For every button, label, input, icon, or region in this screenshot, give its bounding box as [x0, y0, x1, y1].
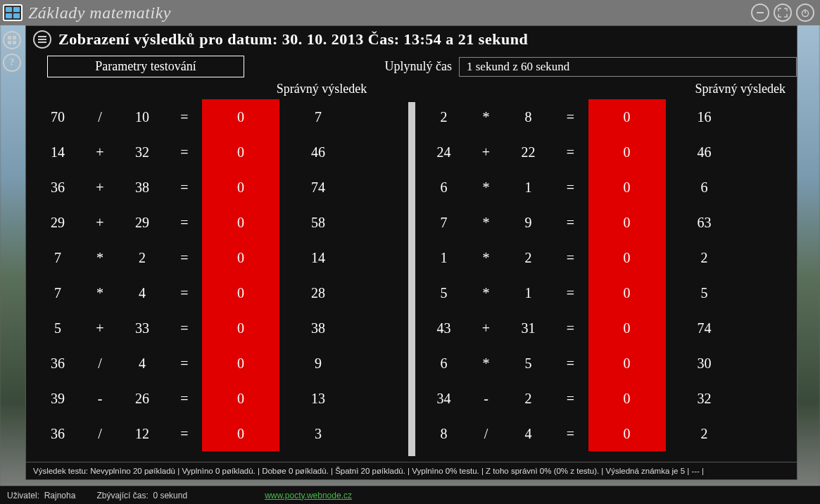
operand-b: 9 [504, 215, 553, 231]
test-summary-bar: Výsledek testu: Nevyplnìno 20 pøíkladù |… [26, 462, 797, 479]
correct-answer: 2 [666, 426, 743, 442]
equals-sign: = [167, 179, 202, 196]
operand-b: 29 [118, 215, 167, 231]
correct-answer: 30 [666, 355, 743, 372]
equals-sign: = [553, 426, 588, 442]
user-answer: 0 [202, 99, 279, 134]
operand-b: 5 [504, 355, 553, 372]
user-answer: 0 [588, 134, 666, 170]
result-row: 43+31=074 [420, 310, 790, 346]
correct-answer: 63 [666, 215, 743, 231]
result-row: 6*1=06 [420, 170, 790, 205]
correct-answer: 16 [666, 109, 743, 125]
operator: * [82, 250, 118, 266]
operator: / [82, 109, 118, 125]
operand-b: 8 [504, 109, 553, 125]
correct-result-header-right: Správný výsledek [413, 82, 790, 96]
result-row: 7*4=028 [33, 275, 404, 310]
operator: * [82, 285, 118, 301]
grid-menu-button[interactable] [3, 31, 21, 49]
svg-rect-3 [8, 36, 11, 39]
user-answer: 0 [588, 99, 666, 134]
operand-a: 7 [33, 250, 82, 266]
correct-answer: 3 [279, 426, 357, 442]
user-answer: 0 [202, 240, 279, 275]
equals-sign: = [553, 144, 588, 160]
user-answer: 0 [202, 346, 279, 381]
result-row: 1*2=02 [420, 240, 790, 275]
user-value: Rajnoha [44, 491, 76, 500]
correct-result-header-left: Správný výsledek [33, 82, 413, 96]
equals-sign: = [553, 179, 588, 196]
fullscreen-button[interactable] [774, 4, 792, 22]
result-row: 36/12=03 [33, 416, 404, 451]
correct-answer: 32 [666, 391, 743, 407]
equals-sign: = [553, 355, 588, 372]
user-label: Uživatel: [7, 491, 39, 500]
result-row: 29+29=058 [33, 205, 404, 240]
equals-sign: = [167, 109, 202, 125]
operand-b: 2 [504, 250, 553, 266]
correct-answer: 46 [279, 144, 357, 160]
operand-a: 24 [420, 144, 469, 160]
correct-answer: 13 [279, 391, 357, 407]
user-answer: 0 [202, 170, 279, 205]
operand-a: 7 [33, 285, 82, 301]
equals-sign: = [167, 355, 202, 372]
operand-a: 39 [33, 391, 82, 407]
operator: * [469, 109, 504, 125]
operator: + [82, 215, 118, 231]
operand-b: 38 [118, 179, 167, 196]
operand-a: 43 [420, 320, 469, 336]
operator: * [469, 179, 504, 196]
svg-rect-5 [8, 41, 11, 44]
operator: + [82, 144, 118, 160]
operand-b: 10 [118, 109, 167, 125]
minimize-button[interactable] [751, 4, 769, 22]
user-answer: 0 [588, 240, 666, 275]
user-answer: 0 [588, 170, 666, 205]
user-answer: 0 [588, 346, 666, 381]
result-row: 36+38=074 [33, 170, 404, 205]
result-row: 6*5=030 [420, 346, 790, 381]
operand-b: 33 [118, 320, 167, 336]
correct-answer: 46 [666, 144, 743, 160]
panel-menu-button[interactable] [33, 30, 51, 49]
user-answer: 0 [588, 381, 666, 416]
testing-parameters-button[interactable]: Parametry testování [47, 56, 244, 77]
status-bar: Uživatel: Rajnoha Zbývající čas: 0 sekun… [0, 486, 820, 504]
operand-a: 8 [420, 426, 469, 442]
operand-b: 2 [504, 391, 553, 407]
operator: * [469, 250, 504, 266]
operand-b: 31 [504, 320, 553, 336]
correct-answer: 6 [666, 179, 743, 196]
correct-answer: 2 [666, 250, 743, 266]
user-answer: 0 [202, 275, 279, 310]
correct-answer: 28 [279, 285, 357, 301]
operand-a: 2 [420, 109, 469, 125]
operand-b: 32 [118, 144, 167, 160]
operator: / [469, 426, 504, 442]
help-button[interactable]: ? [3, 53, 21, 72]
operand-a: 14 [33, 144, 82, 160]
user-answer: 0 [588, 205, 666, 240]
result-row: 14+32=046 [33, 134, 404, 170]
operand-a: 6 [420, 179, 469, 196]
app-logo-icon [3, 4, 23, 21]
operand-a: 6 [420, 355, 469, 372]
remaining-time-value: 0 sekund [153, 491, 187, 500]
equals-sign: = [553, 109, 588, 125]
website-link[interactable]: www.pocty.webnode.cz [265, 491, 352, 500]
result-row: 7*9=063 [420, 205, 790, 240]
equals-sign: = [553, 285, 588, 301]
result-row: 5*1=05 [420, 275, 790, 310]
operator: - [82, 391, 118, 407]
power-button[interactable] [796, 4, 814, 22]
equals-sign: = [553, 320, 588, 336]
operand-b: 26 [118, 391, 167, 407]
result-row: 39-26=013 [33, 381, 404, 416]
app-title: Základy matematiky [28, 4, 171, 23]
result-row: 24+22=046 [420, 134, 790, 170]
operand-a: 70 [33, 109, 82, 125]
user-answer: 0 [588, 416, 666, 451]
